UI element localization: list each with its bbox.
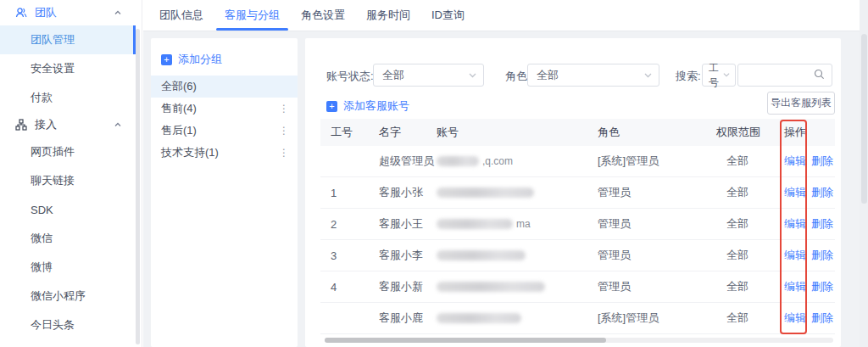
cell-role: [系统]管理员 xyxy=(598,154,716,169)
delete-link[interactable]: 删除 xyxy=(811,311,833,326)
account-visible-suffix: ma xyxy=(516,218,531,230)
kebab-menu-icon[interactable]: ⋮ xyxy=(279,103,289,115)
cell-actions: 编辑删除 xyxy=(784,216,835,232)
group-item[interactable]: 售后(1)⋮ xyxy=(151,120,298,142)
agent-table: 工号名字账号角色权限范围操作 超级管理员,q.com[系统]管理员全部编辑删除1… xyxy=(320,119,835,334)
cell-permission-scope: 全部 xyxy=(716,154,784,169)
plus-icon: + xyxy=(161,54,172,65)
cell-account-masked xyxy=(437,250,598,260)
column-header: 名字 xyxy=(379,125,437,140)
search-input[interactable] xyxy=(745,69,814,81)
sidebar-item[interactable]: 聊天链接 xyxy=(0,166,136,195)
chevron-down-icon xyxy=(644,71,652,79)
blurred-account-blob xyxy=(437,187,534,198)
account-status-label: 账号状态: xyxy=(326,69,374,84)
add-group-button[interactable]: + 添加分组 xyxy=(151,38,298,76)
horizontal-scrollbar-track xyxy=(325,338,833,343)
sidebar-section-label: 团队 xyxy=(35,5,114,20)
group-item[interactable]: 售前(4)⋮ xyxy=(151,98,298,120)
cell-agent-name: 客服小鹿 xyxy=(379,311,437,326)
sidebar-item[interactable]: 微信 xyxy=(0,224,136,253)
blurred-account-blob xyxy=(437,250,526,260)
group-item[interactable]: 技术支持(1)⋮ xyxy=(151,142,298,164)
cell-actions: 编辑删除 xyxy=(784,185,835,200)
delete-link[interactable]: 删除 xyxy=(811,279,833,294)
search-type-select[interactable]: 工号 xyxy=(702,64,736,87)
chevron-down-icon xyxy=(723,71,731,79)
cell-permission-scope: 全部 xyxy=(716,185,784,200)
table-header-row: 工号名字账号角色权限范围操作 xyxy=(320,119,835,146)
delete-link[interactable]: 删除 xyxy=(811,185,833,200)
main-content-area: + 添加分组 全部(6)售前(4)⋮售后(1)⋮技术支持(1)⋮ 账号状态: 全… xyxy=(143,31,860,347)
chevron-up-icon[interactable] xyxy=(114,8,122,17)
export-agent-list-button[interactable]: 导出客服列表 xyxy=(767,92,835,115)
search-icon[interactable] xyxy=(814,69,825,82)
cell-agent-name: 客服小张 xyxy=(379,185,437,200)
column-header: 角色 xyxy=(598,125,716,140)
cell-agent-name: 超级管理员 xyxy=(379,154,437,169)
horizontal-scrollbar-thumb[interactable] xyxy=(325,338,606,343)
table-row: 客服小鹿[系统]管理员全部编辑删除 xyxy=(320,303,835,334)
sidebar-item[interactable]: SDK xyxy=(0,195,136,224)
agent-list-card: 账号状态: 全部 角色: 全部 搜索: 工号 xyxy=(305,38,841,347)
blurred-account-blob xyxy=(437,156,479,166)
edit-link[interactable]: 编辑 xyxy=(784,311,806,326)
edit-link[interactable]: 编辑 xyxy=(784,216,806,232)
cell-actions: 编辑删除 xyxy=(784,279,835,294)
kebab-menu-icon[interactable]: ⋮ xyxy=(279,125,289,137)
cell-agent-id: 2 xyxy=(331,218,379,231)
sidebar-section-header[interactable]: 接入 xyxy=(0,112,136,137)
table-row: 1客服小张管理员全部编辑删除 xyxy=(320,177,835,209)
account-status-select[interactable]: 全部 xyxy=(373,64,484,87)
sidebar-section-header[interactable]: 团队 xyxy=(0,0,136,25)
cell-permission-scope: 全部 xyxy=(716,248,784,263)
edit-link[interactable]: 编辑 xyxy=(784,248,806,263)
edit-link[interactable]: 编辑 xyxy=(784,185,806,200)
tab[interactable]: 团队信息 xyxy=(151,0,212,31)
add-agent-button[interactable]: + 添加客服账号 xyxy=(326,98,409,114)
chevron-up-icon[interactable] xyxy=(114,120,122,129)
sidebar-item[interactable]: 团队管理 xyxy=(0,25,136,54)
table-row: 2客服小王ma管理员全部编辑删除 xyxy=(320,209,835,240)
column-header: 权限范围 xyxy=(716,125,784,140)
delete-link[interactable]: 删除 xyxy=(811,216,833,232)
blurred-account-blob xyxy=(437,313,521,323)
delete-link[interactable]: 删除 xyxy=(811,248,833,263)
cell-account-masked: ma xyxy=(437,218,598,230)
table-row: 4客服小新管理员全部编辑删除 xyxy=(320,271,835,303)
table-row: 3客服小李管理员全部编辑删除 xyxy=(320,240,835,271)
edit-link[interactable]: 编辑 xyxy=(784,154,806,169)
cell-agent-name: 客服小新 xyxy=(379,279,437,294)
kebab-menu-icon[interactable]: ⋮ xyxy=(279,147,289,159)
sidebar-scrollbar[interactable] xyxy=(136,29,140,344)
cell-account-masked: ,q.com xyxy=(437,155,598,167)
edit-link[interactable]: 编辑 xyxy=(784,279,806,294)
group-label: 技术支持(1) xyxy=(161,145,279,160)
sidebar-item[interactable]: 付款 xyxy=(0,83,136,112)
plus-icon: + xyxy=(326,101,337,112)
sidebar-item[interactable]: 安全设置 xyxy=(0,54,136,83)
cell-agent-name: 客服小王 xyxy=(379,216,437,232)
cell-account-masked xyxy=(437,282,598,292)
team-icon xyxy=(15,7,27,19)
tab[interactable]: ID查询 xyxy=(423,0,473,31)
tab[interactable]: 客服与分组 xyxy=(216,0,288,31)
sidebar-section-label: 接入 xyxy=(35,117,114,132)
cell-agent-id: 3 xyxy=(331,249,379,262)
add-agent-label: 添加客服账号 xyxy=(343,98,409,114)
page-scrollbar-thumb[interactable] xyxy=(861,34,867,204)
group-item[interactable]: 全部(6) xyxy=(151,76,298,98)
role-select[interactable]: 全部 xyxy=(527,64,659,87)
tab[interactable]: 角色设置 xyxy=(292,0,353,31)
delete-link[interactable]: 删除 xyxy=(811,154,833,169)
cell-agent-id: 1 xyxy=(331,187,379,199)
tab[interactable]: 服务时间 xyxy=(358,0,419,31)
column-header: 工号 xyxy=(331,125,379,140)
cell-permission-scope: 全部 xyxy=(716,311,784,326)
sidebar-item[interactable]: 今日头条 xyxy=(0,311,136,339)
cell-role: 管理员 xyxy=(598,216,716,232)
sidebar-item[interactable]: 微信小程序 xyxy=(0,282,136,311)
sidebar-item[interactable]: 网页插件 xyxy=(0,137,136,166)
cell-account-masked xyxy=(437,313,598,323)
sidebar-item[interactable]: 微博 xyxy=(0,253,136,282)
